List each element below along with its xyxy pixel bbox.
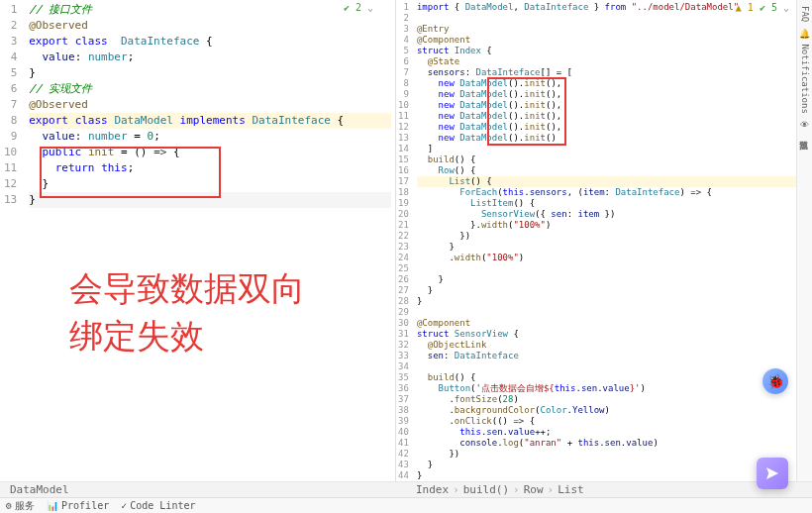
code-line[interactable]: struct Index { <box>417 46 807 56</box>
code-line[interactable]: export class DataInteface { <box>29 34 391 50</box>
code-line[interactable]: } <box>417 285 807 296</box>
code-line[interactable]: build() { <box>417 372 807 383</box>
code-line[interactable]: @Observed <box>29 97 391 113</box>
left-editor-pane: ✔ 2 ⌄ 12345678910111213 // 接口文件@Observed… <box>0 0 396 481</box>
code-line[interactable]: this.sen.value++; <box>417 427 807 438</box>
code-line[interactable]: build() { <box>417 154 807 165</box>
code-line[interactable]: sensors: DataInteface[] = [ <box>417 67 807 78</box>
breadcrumb-item[interactable]: List <box>558 483 584 496</box>
right-gutter: 1234567891011121314151617181920212223242… <box>396 0 413 481</box>
code-line[interactable] <box>417 263 807 274</box>
code-line[interactable]: console.log("anran" + this.sen.value) <box>417 438 807 449</box>
code-line[interactable] <box>417 361 807 372</box>
code-line[interactable]: struct SensorView { <box>417 329 807 340</box>
code-line[interactable]: @State <box>417 56 807 67</box>
code-line[interactable]: new DataModel().init() <box>417 133 807 144</box>
code-line[interactable]: @Observed <box>29 18 391 34</box>
editor-split: ✔ 2 ⌄ 12345678910111213 // 接口文件@Observed… <box>0 0 812 481</box>
code-line[interactable]: } <box>417 470 807 481</box>
code-line[interactable]: @Component <box>417 35 807 46</box>
bottom-toolbar: ⚙ 服务 📊 Profiler ✓ Code Linter <box>0 497 812 513</box>
code-line[interactable]: // 实现文件 <box>29 81 391 97</box>
right-editor-pane: ▲ 1 ✔ 5 ⌄ 123456789101112131415161718192… <box>396 0 812 481</box>
code-line[interactable]: } <box>417 460 807 470</box>
float-assistant-icon[interactable]: 🐞 <box>762 368 788 394</box>
code-line[interactable]: new DataModel().init(), <box>417 100 807 111</box>
left-code-area[interactable]: 12345678910111213 // 接口文件@Observedexport… <box>0 0 395 481</box>
code-line[interactable]: ForEach(this.sensors, (item: DataIntefac… <box>417 187 807 198</box>
code-line[interactable]: }) <box>417 449 807 460</box>
right-tool-rail: FAQ 🔔 Notifications 👁 预览器 <box>796 0 812 481</box>
left-code[interactable]: // 接口文件@Observedexport class DataIntefac… <box>25 0 395 481</box>
breadcrumb-bar: DataModel Index›build()›Row›List <box>0 481 812 497</box>
code-line[interactable]: .width("100%") <box>417 253 807 263</box>
right-code[interactable]: import { DataModel, DataInteface } from … <box>413 0 811 481</box>
code-line[interactable]: sen: DataInteface <box>417 351 807 361</box>
code-line[interactable]: new DataModel().init(), <box>417 111 807 122</box>
code-line[interactable]: ListItem() { <box>417 198 807 209</box>
code-line[interactable]: }) <box>417 231 807 242</box>
code-line[interactable]: .backgroundColor(Color.Yellow) <box>417 405 807 416</box>
code-line[interactable]: } <box>417 274 807 285</box>
code-line[interactable]: ] <box>417 144 807 154</box>
code-line[interactable]: } <box>29 65 391 81</box>
code-line[interactable] <box>417 307 807 318</box>
code-line[interactable]: .onClick(() => { <box>417 416 807 427</box>
code-line[interactable]: SensorView({ sen: item }) <box>417 209 807 220</box>
bottom-services[interactable]: ⚙ 服务 <box>6 499 35 513</box>
breadcrumb-item[interactable]: Index <box>416 483 449 496</box>
code-line[interactable]: export class DataModel implements DataIn… <box>29 113 391 129</box>
code-line[interactable]: // 接口文件 <box>29 2 391 18</box>
code-line[interactable]: new DataModel().init(), <box>417 78 807 89</box>
breadcrumb-left[interactable]: DataModel <box>10 483 69 496</box>
code-line[interactable]: @Entry <box>417 24 807 35</box>
code-line[interactable]: @Component <box>417 318 807 329</box>
rail-preview[interactable]: 👁 预览器 <box>799 120 810 134</box>
code-line[interactable]: public init = () => { <box>29 145 391 160</box>
bottom-profiler[interactable]: 📊 Profiler <box>47 500 109 511</box>
code-line[interactable]: } <box>417 242 807 253</box>
code-line[interactable]: } <box>29 176 391 192</box>
code-line[interactable]: }.width("100%") <box>417 220 807 231</box>
breadcrumb-item[interactable]: build() <box>463 483 509 496</box>
code-line[interactable]: } <box>417 296 807 307</box>
rail-faq[interactable]: FAQ <box>799 6 810 22</box>
code-line[interactable]: } <box>29 192 391 208</box>
code-line[interactable]: import { DataModel, DataInteface } from … <box>417 2 807 13</box>
code-line[interactable] <box>417 13 807 24</box>
code-line[interactable]: .fontSize(28) <box>417 394 807 405</box>
rail-notifications[interactable]: 🔔 Notifications <box>799 28 810 114</box>
code-line[interactable]: return this; <box>29 160 391 176</box>
code-line[interactable]: value: number; <box>29 50 391 65</box>
code-line[interactable]: new DataModel().init(), <box>417 89 807 100</box>
code-line[interactable]: value: number = 0; <box>29 129 391 145</box>
code-line[interactable]: new DataModel().init(), <box>417 122 807 133</box>
breadcrumb-right[interactable]: Index›build()›Row›List <box>406 483 812 496</box>
code-line[interactable]: Row() { <box>417 165 807 176</box>
float-send-icon[interactable] <box>757 458 788 489</box>
left-gutter: 12345678910111213 <box>0 0 25 481</box>
code-line[interactable]: List() { <box>417 176 807 187</box>
code-line[interactable]: Button('点击数据会自增${this.sen.value}') <box>417 383 807 394</box>
breadcrumb-item[interactable]: Row <box>524 483 544 496</box>
right-code-area[interactable]: 1234567891011121314151617181920212223242… <box>396 0 811 481</box>
bottom-linter[interactable]: ✓ Code Linter <box>121 500 195 511</box>
code-line[interactable]: @ObjectLink <box>417 340 807 351</box>
